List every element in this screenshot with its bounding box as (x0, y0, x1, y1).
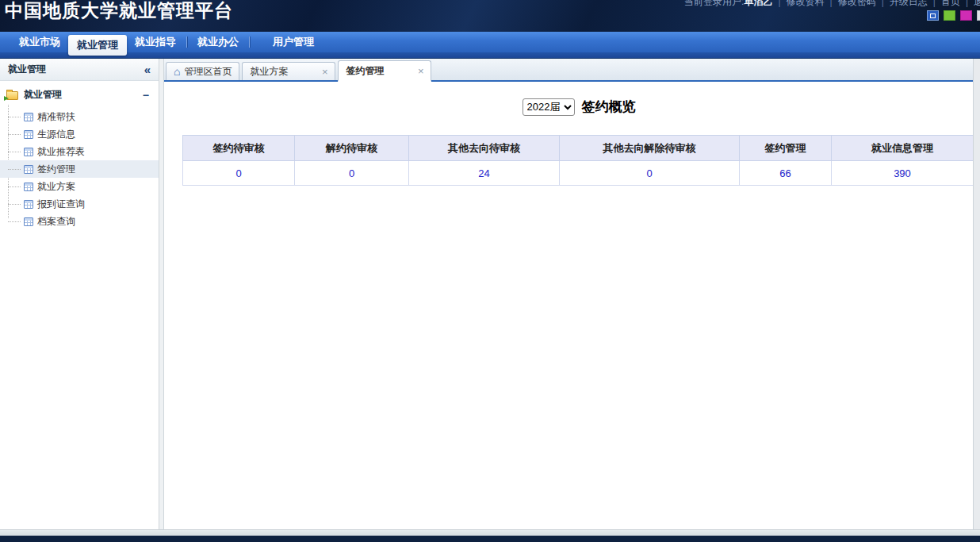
status-bar (0, 529, 980, 536)
table-icon (24, 148, 33, 156)
col-header-contract-mgmt: 签约管理 (740, 136, 832, 161)
sidebar-item-student-source-info[interactable]: 生源信息 (0, 125, 159, 143)
theme-swatch-green[interactable] (944, 10, 955, 21)
table-icon (24, 165, 33, 174)
theme-swatch-blue[interactable] (927, 10, 939, 21)
content-tabbar: ⌂ 管理区首页 就业方案 × 签约管理 × (164, 59, 973, 82)
folder-icon (6, 91, 18, 100)
tab-employment-plan[interactable]: 就业方案 × (242, 62, 335, 80)
sidebar-item-precise-assistance[interactable]: 精准帮扶 (0, 108, 159, 125)
value-link-other-destination-release-pending[interactable]: 0 (646, 167, 652, 179)
sidebar-splitter[interactable] (159, 59, 164, 529)
main-nav: 就业市场 就业管理 就业指导 就业办公 用户管理 (0, 32, 980, 52)
theme-swatch-silver[interactable] (977, 10, 980, 21)
app-window: 中国地质大学就业管理平台 当前登录用户:单滔乙|修改资料|修改密码|升级日志|首… (0, 0, 980, 542)
theme-swatches (927, 10, 980, 21)
sidebar-panel-title: 就业管理 (8, 63, 46, 76)
sidebar-tree: 就业管理 − 精准帮扶 生源信息 就业推荐表 签约管理 (0, 81, 159, 230)
change-password-link[interactable]: 修改密码 (838, 0, 876, 7)
bottom-bar (0, 536, 980, 542)
close-icon[interactable]: × (418, 66, 424, 76)
value-link-termination-pending[interactable]: 0 (349, 167, 354, 179)
tab-admin-home[interactable]: ⌂ 管理区首页 (166, 62, 239, 80)
sidebar-item-registration-card-query[interactable]: 报到证查询 (0, 195, 159, 213)
user-links-bar: 当前登录用户:单滔乙|修改资料|修改密码|升级日志|首页|退出 (684, 0, 980, 9)
nav-item-job-market[interactable]: 就业市场 (11, 32, 68, 52)
right-scroll-strip[interactable] (973, 59, 980, 529)
col-header-employment-info-mgmt: 就业信息管理 (832, 136, 974, 161)
app-title: 中国地质大学就业管理平台 (5, 0, 233, 23)
current-username: 单滔乙 (744, 0, 772, 7)
graduation-year-select[interactable]: 2022届 (523, 98, 575, 116)
value-link-employment-info-mgmt[interactable]: 390 (894, 167, 911, 179)
value-link-other-destination-pending[interactable]: 24 (478, 167, 489, 179)
nav-item-career-guidance[interactable]: 就业指导 (127, 32, 184, 52)
edit-profile-link[interactable]: 修改资料 (787, 0, 825, 7)
changelog-link[interactable]: 升级日志 (890, 0, 928, 7)
page-title: 签约概览 (582, 98, 636, 116)
home-link[interactable]: 首页 (941, 0, 960, 7)
col-header-other-destination-release-pending: 其他去向解除待审核 (560, 136, 740, 161)
tree-collapse-minus-icon[interactable]: − (143, 89, 149, 102)
close-icon[interactable]: × (322, 67, 328, 77)
theme-swatch-magenta[interactable] (960, 10, 972, 21)
main-content: ⌂ 管理区首页 就业方案 × 签约管理 × 2022届 签约概览 (164, 59, 973, 529)
nav-item-employment-mgmt[interactable]: 就业管理 (68, 35, 127, 56)
sidebar-panel: 就业管理 « 就业管理 − 精准帮扶 生源信息 就业推荐表 (0, 59, 159, 529)
tree-root-label: 就业管理 (24, 88, 62, 102)
contract-overview-table: 签约待审核 解约待审核 其他去向待审核 其他去向解除待审核 签约管理 就业信息管… (182, 135, 974, 186)
value-link-contract-mgmt[interactable]: 66 (779, 167, 791, 179)
current-user-label: 当前登录用户: (684, 0, 744, 7)
sidebar-item-archive-query[interactable]: 档案查询 (0, 213, 159, 230)
value-link-contract-pending[interactable]: 0 (235, 167, 241, 179)
table-icon (24, 113, 33, 121)
nav-item-user-mgmt[interactable]: 用户管理 (265, 32, 322, 52)
table-icon (24, 130, 33, 139)
nav-separator (249, 37, 250, 48)
table-icon (24, 183, 33, 191)
sidebar-collapse-icon[interactable]: « (144, 63, 151, 75)
tab-contract-mgmt[interactable]: 签约管理 × (338, 60, 431, 82)
home-icon: ⌂ (174, 65, 180, 78)
sidebar-item-recommendation-form[interactable]: 就业推荐表 (0, 143, 159, 160)
sidebar-item-employment-plan[interactable]: 就业方案 (0, 178, 159, 195)
table-value-row: 0 0 24 0 66 390 (183, 161, 974, 186)
nav-separator (186, 37, 187, 48)
sidebar-tree-root[interactable]: 就业管理 − (0, 81, 159, 106)
table-icon (24, 217, 33, 226)
app-header: 中国地质大学就业管理平台 当前登录用户:单滔乙|修改资料|修改密码|升级日志|首… (0, 0, 980, 32)
nav-underline-strip (0, 52, 980, 59)
table-icon (24, 200, 33, 209)
logout-link[interactable]: 退出 (974, 0, 980, 7)
sidebar-header: 就业管理 « (0, 59, 159, 81)
sidebar-item-contract-mgmt[interactable]: 签约管理 (0, 160, 159, 178)
overview-toolbar: 2022届 签约概览 (164, 98, 973, 116)
table-header-row: 签约待审核 解约待审核 其他去向待审核 其他去向解除待审核 签约管理 就业信息管… (183, 136, 974, 161)
col-header-contract-pending: 签约待审核 (183, 136, 295, 161)
col-header-other-destination-pending: 其他去向待审核 (409, 136, 560, 161)
col-header-termination-pending: 解约待审核 (295, 136, 409, 161)
nav-item-employment-office[interactable]: 就业办公 (189, 32, 247, 52)
